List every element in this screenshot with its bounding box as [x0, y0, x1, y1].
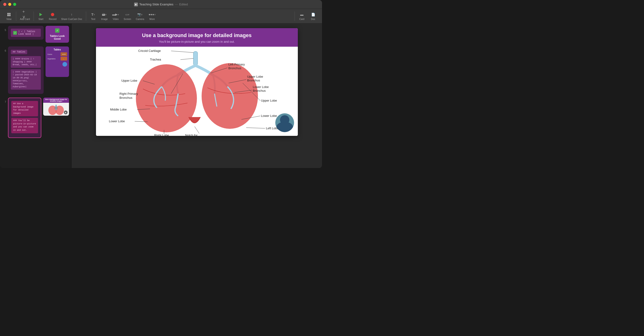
toolbar-separator-2	[34, 12, 34, 21]
card-button[interactable]: ▬ Card	[297, 11, 307, 21]
play-icon	[38, 12, 44, 17]
start-button[interactable]: Start	[36, 11, 46, 21]
svg-text:Cricoid Cartilage: Cricoid Cartilage	[138, 49, 161, 52]
slide-7-preview-img: ▶	[43, 103, 69, 116]
slide-5-preview[interactable]: ✓ Tables Look Good	[46, 26, 69, 43]
close-button[interactable]	[3, 3, 6, 6]
add-icon: + ∨	[22, 12, 28, 17]
play-overlay-icon[interactable]: ▶	[64, 110, 68, 114]
svg-text:Upper Lobe: Upper Lobe	[121, 79, 137, 82]
text-button[interactable]: T∨ Text	[88, 11, 98, 21]
slide-6-code-2: | #### Vegetables | ! pasted-2025-02-19 …	[11, 69, 41, 90]
share-button[interactable]: ↑ Share CueCam Doc	[60, 11, 84, 21]
camera-label: Camera	[136, 18, 144, 20]
preview-cell-grains: Grains	[48, 54, 60, 55]
share-icon: ↑	[69, 12, 74, 17]
card-icon: ▬	[299, 12, 304, 17]
slide-5-label: | ✓ | Tables Look Good |	[18, 30, 38, 36]
screen-button[interactable]: ▭∨ Screen	[122, 11, 133, 21]
toolbar: View + ∨ Add Card Start Record ↑ Share C…	[0, 9, 322, 24]
slide-number-7: 7	[2, 100, 6, 103]
record-label: Record	[49, 18, 56, 20]
video-icon: ▬▶∨	[113, 12, 118, 17]
svg-text:Lower Lobe: Lower Lobe	[261, 114, 277, 118]
image-icon: 🏔∨	[102, 12, 107, 17]
slide-row-7: 7 ## Use a background image for detailed…	[2, 98, 69, 138]
slide-7-content: ## Use a background image for detailed i…	[8, 98, 69, 138]
svg-text:Lower Lobe: Lower Lobe	[109, 120, 125, 123]
window-edited-sep: —	[175, 2, 178, 6]
svg-text:Bronchus: Bronchus	[247, 78, 260, 82]
titlebar-center: ▶ Teaching Slide Examples — Edited	[134, 2, 188, 6]
window-title: Teaching Slide Examples	[139, 2, 173, 6]
slide-5-preview-title: Tables Look Good	[48, 34, 67, 40]
view-label: View	[6, 18, 12, 20]
preview-cell-veg-img: 🥕	[60, 57, 67, 60]
minimize-button[interactable]	[8, 3, 11, 6]
titlebar: ▶ Teaching Slide Examples — Edited	[0, 0, 322, 9]
svg-text:Right Primary: Right Primary	[120, 92, 138, 96]
slide-body: Cricoid Cartilage Trachea Upper Lobe Rig…	[96, 47, 298, 136]
slide-6-preview-title: Tables	[48, 48, 67, 51]
app-icon: ▶	[134, 2, 138, 6]
slide-view: Use a background image for detailed imag…	[72, 24, 322, 168]
slide-6-preview[interactable]: Tables Grains seeds Vegetables 🥕	[46, 46, 69, 77]
window-subtitle: Edited	[179, 2, 188, 6]
svg-text:Left Primary: Left Primary	[228, 63, 245, 66]
add-card-label: Add Card	[20, 18, 30, 20]
svg-point-3	[54, 106, 58, 110]
slide-number-5: 5	[2, 29, 6, 32]
slide-6-content: ## Tables | #### Grains | ! shopping | #…	[8, 46, 69, 94]
slide-7-code-1: ## Use a background image for detailed i…	[11, 101, 38, 116]
check-icon: ✓	[13, 31, 17, 35]
image-label: Image	[101, 18, 108, 20]
lungs-diagram: Cricoid Cartilage Trachea Upper Lobe Rig…	[96, 47, 298, 136]
slides-panel[interactable]: 5 ✓ | ✓ | Tables Look Good | ✓ Tables Lo…	[0, 24, 72, 168]
preview-check-icon: ✓	[55, 28, 60, 32]
svg-text:Upper Lobe: Upper Lobe	[247, 75, 263, 78]
screen-icon: ▭∨	[125, 12, 130, 17]
toolbar-separator-3	[86, 12, 86, 21]
preview-table-row-2: Vegetables 🥕	[48, 57, 67, 60]
image-button[interactable]: 🏔∨ Image	[99, 11, 110, 21]
preview-avatar	[62, 62, 67, 67]
slide-5-text: ✓ | ✓ | Tables Look Good |	[11, 29, 41, 37]
more-button[interactable]: ●●●∨ More	[147, 11, 157, 21]
svg-text:Middle Lobe: Middle Lobe	[110, 108, 127, 111]
preview-table-row-1: Grains seeds	[48, 52, 67, 56]
slide-main-title: Use a background image for detailed imag…	[102, 32, 292, 38]
more-label: More	[150, 18, 155, 20]
preview-cell-seeds: seeds	[60, 52, 67, 56]
svg-text:Bronchus: Bronchus	[253, 89, 266, 92]
camera-button[interactable]: 📷∨ Camera	[134, 11, 146, 21]
svg-text:Bronchus: Bronchus	[228, 66, 241, 70]
slide-5-content: ✓ | ✓ | Tables Look Good | ✓ Tables Look…	[8, 26, 69, 43]
preview-cell-veg: Vegetables	[48, 58, 60, 60]
svg-text:Trachea: Trachea	[150, 58, 161, 61]
slide-7-card[interactable]: ## Use a background image for detailed i…	[8, 98, 41, 138]
video-label: Video	[113, 18, 118, 20]
svg-point-6	[136, 64, 197, 132]
slide-7-preview[interactable]: Use a background image for detailed imag…	[43, 98, 69, 116]
slide-6-card[interactable]: ## Tables | #### Grains | ! shopping | #…	[8, 46, 44, 94]
start-label: Start	[38, 18, 44, 20]
record-button[interactable]: Record	[47, 11, 58, 21]
svg-text:Lower Lobe: Lower Lobe	[253, 85, 269, 89]
add-card-button[interactable]: + ∨ Add Card	[18, 11, 32, 21]
slide-row-5: 5 ✓ | ✓ | Tables Look Good | ✓ Tables Lo…	[2, 26, 69, 43]
slide-5-card[interactable]: ✓ | ✓ | Tables Look Good |	[8, 26, 44, 40]
svg-text:Notch for: Notch for	[185, 134, 198, 136]
toolbar-separator-4	[294, 12, 295, 21]
svg-text:Right Lobe: Right Lobe	[154, 134, 169, 136]
doc-button[interactable]: 📄 Doc	[308, 11, 318, 21]
svg-text:Bronchus: Bronchus	[120, 96, 132, 100]
text-label: Text	[91, 18, 95, 20]
maximize-button[interactable]	[13, 3, 16, 6]
svg-point-7	[202, 63, 258, 129]
slide-row-6: 6 ## Tables | #### Grains | ! shopping |…	[2, 46, 69, 94]
slide-7-code-2: ### You'll be picture-in-picture and you…	[11, 118, 38, 133]
view-button[interactable]: View	[4, 11, 14, 21]
camera-icon: 📷∨	[137, 12, 142, 17]
video-button[interactable]: ▬▶∨ Video	[110, 11, 121, 21]
svg-text:Upper Lobe: Upper Lobe	[261, 99, 277, 102]
